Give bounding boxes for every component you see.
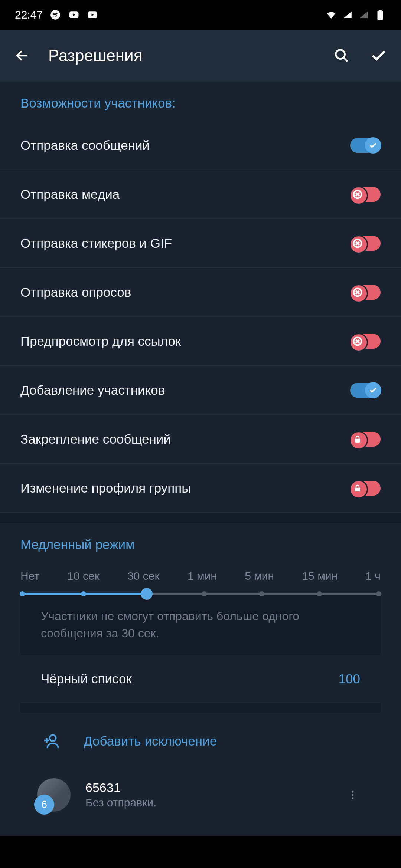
content-area: Возможности участников: Отправка сообщен… — [0, 82, 401, 836]
perm-link-preview[interactable]: Предпросмотр для ссылок — [0, 317, 401, 366]
x-icon — [352, 189, 363, 200]
blacklist-label: Чёрный список — [41, 671, 132, 686]
x-icon — [352, 287, 363, 297]
svg-point-13 — [352, 791, 354, 793]
x-icon — [352, 238, 363, 249]
signal-icon — [358, 9, 370, 21]
perm-change-info[interactable]: Изменение профиля группы — [0, 464, 401, 513]
lock-icon — [353, 434, 362, 444]
app-header: Разрешения — [0, 30, 401, 82]
slowmode-title: Медленный режим — [20, 537, 381, 552]
svg-rect-4 — [379, 10, 382, 11]
wifi-icon — [325, 9, 337, 21]
slider-dot — [376, 591, 381, 596]
perm-send-media[interactable]: Отправка медиа — [0, 170, 401, 219]
slowmode-slider[interactable] — [20, 593, 381, 595]
slider-label: 30 сек — [127, 570, 160, 582]
back-button[interactable] — [11, 45, 33, 67]
perm-label: Добавление участников — [20, 383, 165, 398]
perm-send-polls[interactable]: Отправка опросов — [0, 268, 401, 317]
perm-label: Отправка медиа — [20, 187, 120, 202]
toggle-switch-locked[interactable] — [350, 481, 381, 496]
svg-point-15 — [352, 797, 354, 799]
slider-dot — [259, 591, 264, 596]
slider-dot — [317, 591, 322, 596]
blacklist-row[interactable]: Чёрный список 100 — [20, 655, 381, 703]
add-exception-label: Добавить исключение — [84, 734, 217, 749]
svg-point-14 — [352, 794, 354, 796]
slider-thumb[interactable] — [141, 588, 153, 600]
perm-add-members[interactable]: Добавление участников — [0, 366, 401, 415]
x-icon — [352, 336, 363, 346]
youtube-icon — [68, 9, 80, 21]
slider-dot — [202, 591, 207, 596]
toggle-switch-off[interactable] — [350, 334, 381, 349]
toggle-switch-off[interactable] — [350, 187, 381, 202]
slider-label: 15 мин — [302, 570, 338, 582]
perm-label: Предпросмотр для ссылок — [20, 334, 181, 349]
svg-point-12 — [49, 735, 56, 741]
toggle-switch-off[interactable] — [350, 285, 381, 300]
slider-label: 1 ч — [365, 570, 381, 582]
toggle-switch-on[interactable] — [350, 383, 381, 398]
exception-user-row[interactable]: 65631 Без отправки. — [20, 769, 381, 821]
spotify-icon — [49, 9, 61, 21]
lock-icon — [353, 483, 362, 493]
add-exception-row[interactable]: Добавить исключение — [20, 713, 381, 769]
toggle-switch-off[interactable] — [350, 236, 381, 251]
slowmode-description: Участники не смогут отправить больше одн… — [20, 595, 381, 655]
slider-label: 10 сек — [67, 570, 100, 582]
confirm-button[interactable] — [368, 45, 390, 67]
perm-label: Отправка сообщений — [20, 138, 150, 153]
svg-point-5 — [336, 50, 345, 59]
section-gap — [20, 703, 381, 713]
svg-rect-10 — [355, 439, 360, 443]
perm-send-messages[interactable]: Отправка сообщений — [0, 121, 401, 170]
slowmode-labels: Нет 10 сек 30 сек 1 мин 5 мин 15 мин 1 ч — [20, 570, 381, 582]
perm-send-stickers[interactable]: Отправка стикеров и GIF — [0, 219, 401, 268]
user-subtitle: Без отправки. — [85, 796, 330, 809]
user-info: 65631 Без отправки. — [85, 780, 330, 809]
slider-dot — [20, 591, 25, 596]
youtube-icon — [87, 9, 98, 21]
perm-label: Закрепление сообщений — [20, 432, 171, 447]
blacklist-count: 100 — [339, 671, 360, 686]
perm-pin-messages[interactable]: Закрепление сообщений — [0, 415, 401, 464]
perm-label: Отправка стикеров и GIF — [20, 236, 172, 251]
slider-label: Нет — [20, 570, 39, 582]
section-gap — [0, 513, 401, 523]
user-avatar — [37, 778, 71, 812]
user-name: 65631 — [85, 780, 330, 795]
permissions-section-title: Возможности участников: — [0, 82, 401, 121]
perm-label: Изменение профиля группы — [20, 481, 191, 496]
add-user-icon — [41, 731, 61, 751]
perm-label: Отправка опросов — [20, 285, 131, 300]
status-bar: 22:47 — [0, 0, 401, 30]
svg-rect-11 — [355, 488, 360, 491]
status-time: 22:47 — [15, 9, 43, 21]
check-icon — [368, 385, 378, 395]
toggle-switch-locked[interactable] — [350, 432, 381, 447]
slider-dot — [81, 591, 86, 596]
status-right — [325, 9, 386, 21]
slowmode-section: Медленный режим Нет 10 сек 30 сек 1 мин … — [0, 523, 401, 836]
slider-label: 5 мин — [245, 570, 274, 582]
toggle-switch-on[interactable] — [350, 138, 381, 153]
user-menu-button[interactable] — [345, 789, 360, 800]
search-button[interactable] — [330, 45, 353, 67]
page-title: Разрешения — [48, 46, 316, 65]
check-icon — [368, 141, 378, 150]
svg-rect-3 — [378, 11, 383, 20]
slider-label: 1 мин — [188, 570, 217, 582]
status-left: 22:47 — [15, 9, 98, 21]
battery-icon — [374, 9, 386, 21]
signal-icon — [342, 9, 353, 21]
